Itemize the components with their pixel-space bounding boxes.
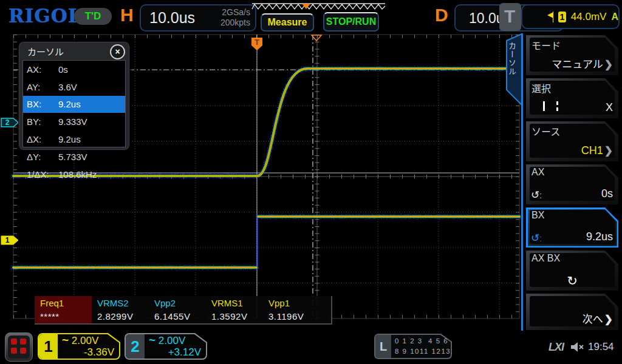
- cursor-row-ay: AY:3.6V: [23, 78, 125, 96]
- svg-text:T: T: [255, 38, 259, 47]
- logic-label: L: [375, 335, 391, 358]
- channel2-scale: 2.00V: [159, 335, 185, 346]
- menu-item-bx-selected[interactable]: BX ↺⁚ 9.2us: [526, 207, 618, 248]
- speaker-muted-icon: [570, 341, 584, 353]
- memory-depth: 200kpts: [220, 18, 250, 28]
- acquisition-info: 2GSa/s 200kpts: [220, 7, 250, 28]
- channel1-scale: 2.00V: [72, 335, 98, 346]
- trigger-coupling: A: [611, 12, 618, 22]
- logic-analyzer-badge[interactable]: L 0 1 2 3 4 5 6 78 9 1011 12131415: [374, 334, 452, 359]
- channel1-number: 1: [39, 334, 58, 359]
- horizontal-scale-value: 10.0us: [149, 9, 195, 27]
- ch2-ground-marker[interactable]: 2: [1, 118, 18, 127]
- rigol-logo: RIGOL: [9, 5, 82, 27]
- channel1-badge[interactable]: 1 ~ 2.00V -3.36V: [38, 333, 120, 360]
- cursor-row-dx: ΔX:9.2us: [23, 130, 125, 148]
- channel2-badge[interactable]: 2 ~ 2.00V +3.12V: [125, 333, 207, 360]
- ch1-ground-marker[interactable]: 1: [1, 236, 18, 244]
- cursor-row-inv-dx: 1/ΔX:108.6kHz: [23, 166, 125, 183]
- trigger-status-badge: T'D: [74, 8, 112, 25]
- cursor-menu-tab-label[interactable]: カーソル: [507, 42, 518, 95]
- delay-label: D: [435, 5, 448, 25]
- measurement-vpp1[interactable]: Vpp13.1196V: [263, 296, 320, 323]
- menu-item-next-page[interactable]: 次へ❯: [526, 294, 618, 330]
- bottom-status-bar: 1 ~ 2.00V -3.36V 2 ~ 2.00V +3.12V L 0 1 …: [0, 331, 622, 364]
- lxi-logo: LXI: [549, 341, 564, 354]
- measurement-bar: Freq1***** VRMS22.8299V Vpp26.1455V VRMS…: [35, 296, 332, 325]
- menu-item-ax[interactable]: AX ↺⁚ 0s: [526, 164, 618, 204]
- cursor-row-by: BY:9.333V: [23, 113, 125, 130]
- channel2-number: 2: [126, 334, 145, 359]
- measurement-vrms1[interactable]: VRMS11.3592V: [206, 296, 263, 323]
- dashed-cursor-line-icon: [556, 101, 558, 111]
- cursor-values-list: AX:0s AY:3.6V BX:9.2us BY:9.333V ΔX:9.2u…: [22, 60, 126, 147]
- svg-text:2: 2: [5, 118, 10, 127]
- cursor-panel-title: カーソル: [27, 45, 64, 58]
- run-stop-button[interactable]: STOP/RUN: [323, 12, 379, 32]
- solid-cursor-line-icon: [543, 101, 545, 111]
- trigger-position-marker[interactable]: T: [251, 38, 262, 50]
- horizontal-scale-box[interactable]: 10.0us 2GSa/s 200kpts: [140, 4, 256, 32]
- top-status-bar: RIGOL T'D H 10.0us 2GSa/s 200kpts Measur…: [0, 0, 622, 33]
- ac-coupling-icon: ~: [62, 334, 69, 346]
- multifunction-knob-icon: ↺⁚: [531, 189, 542, 201]
- reset-both-cursors-icon: ↻: [526, 274, 618, 288]
- chevron-right-icon: ❯: [604, 59, 613, 70]
- channel2-offset: +3.12V: [168, 346, 201, 359]
- cursor-row-ax: AX:0s: [23, 61, 125, 78]
- menu-grid-button[interactable]: [5, 332, 33, 362]
- sidebar-menu: モード マニュアル❯ 選択 X ソース CH1❯ AX ↺⁚ 0s BX ↺⁚ …: [521, 33, 622, 335]
- trigger-label: T: [504, 6, 515, 27]
- logic-channels-row2: 8 9 1011 12131415: [395, 348, 470, 355]
- chevron-right-icon: ❯: [604, 145, 613, 157]
- measurement-vpp2[interactable]: Vpp26.1455V: [149, 296, 206, 323]
- trigger-info-box[interactable]: 1 44.0mV A: [521, 4, 620, 29]
- logic-channels-row1: 0 1 2 3 4 5 6 7: [395, 337, 456, 345]
- measurement-vrms2[interactable]: VRMS22.8299V: [92, 296, 149, 323]
- memory-position-bar: [251, 1, 387, 12]
- cursor-row-bx-selected[interactable]: BX:9.2us: [23, 96, 125, 113]
- cursor-results-panel: カーソル × AX:0s AY:3.6V BX:9.2us BY:9.333V …: [18, 41, 130, 150]
- trigger-source-badge: 1: [558, 12, 566, 22]
- chevron-right-icon: ❯: [604, 314, 613, 325]
- multifunction-knob-icon: ↺⁚: [531, 232, 542, 244]
- menu-item-select[interactable]: 選択 X: [526, 78, 618, 118]
- measure-button[interactable]: Measure: [261, 13, 314, 32]
- memory-trigger-marker: [302, 4, 310, 9]
- sample-rate: 2GSa/s: [220, 7, 250, 18]
- clock: 19:54: [588, 341, 614, 353]
- trigger-level-value: 44.0mV: [571, 11, 607, 23]
- close-icon[interactable]: ×: [110, 44, 125, 59]
- svg-text:1: 1: [5, 236, 10, 244]
- horizontal-label: H: [120, 5, 134, 25]
- ac-coupling-icon: ~: [149, 334, 156, 346]
- trigger-slope-icon: [547, 11, 553, 23]
- oscilloscope-screen: { "topbar": { "logo": "RIGOL", "trig_sta…: [0, 0, 622, 364]
- cursor-row-dy: ΔY:5.733V: [23, 148, 125, 166]
- menu-item-source[interactable]: ソース CH1❯: [526, 121, 618, 161]
- measurement-freq1[interactable]: Freq1*****: [35, 296, 92, 323]
- menu-item-mode[interactable]: モード マニュアル❯: [526, 35, 618, 75]
- menu-item-ax-bx[interactable]: AX BX ↻: [526, 251, 618, 291]
- channel1-offset: -3.36V: [84, 346, 114, 359]
